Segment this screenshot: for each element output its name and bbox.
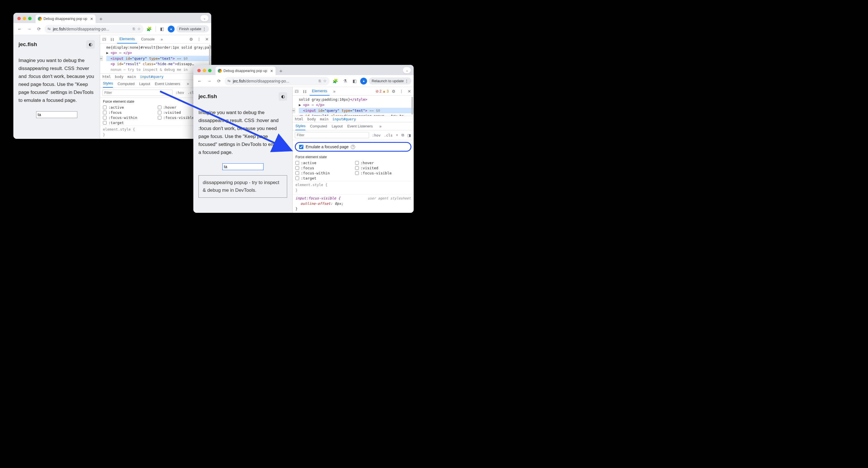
close-tab-icon[interactable]: ✕ [270, 69, 273, 73]
cls-toggle[interactable]: .cls [383, 133, 393, 138]
dom-node-selected[interactable]: <input id="query" type="text"> == $0 [299, 108, 414, 113]
address-bar[interactable]: ⇆ jec.fish/demo/disappearing-po... ⎘ ☆ [225, 77, 330, 85]
subtab-styles[interactable]: Styles [296, 122, 305, 130]
update-button[interactable]: Relaunch to update⋮ [369, 78, 411, 85]
hov-toggle[interactable]: :hov [175, 90, 185, 95]
new-style-rule-icon[interactable]: + [396, 133, 399, 137]
state-focus-within[interactable]: :focus-within [103, 116, 154, 120]
extensions-icon[interactable]: 🧩 [331, 77, 339, 85]
state-focus-within[interactable]: :focus-within [296, 171, 351, 175]
crumb[interactable]: input#query [140, 75, 163, 79]
forward-button[interactable]: → [25, 25, 33, 33]
subtab-layout[interactable]: Layout [139, 82, 150, 86]
styles-filter-input[interactable] [295, 132, 369, 138]
site-info-icon[interactable]: ⇆ [227, 79, 230, 83]
close-tab-icon[interactable]: ✕ [90, 17, 93, 21]
tab-console[interactable]: Console [139, 37, 157, 41]
tab-elements[interactable]: Elements [310, 87, 330, 96]
extensions-icon[interactable]: 🧩 [145, 25, 153, 33]
emulate-focused-page[interactable]: Emulate a focused page ? [295, 142, 411, 152]
update-button[interactable]: Finish update⋮ [176, 25, 209, 32]
close-window-icon[interactable] [197, 69, 201, 72]
device-toggle-icon[interactable]: ⫿⫿ [109, 36, 116, 42]
address-bar[interactable]: ⇆ jec.fish/demo/disappearing-po... ⎘ ☆ [44, 25, 144, 33]
reload-button[interactable]: ⟳ [35, 25, 43, 33]
bookmark-icon[interactable]: ☆ [323, 79, 327, 83]
install-app-icon[interactable]: ⎘ [133, 27, 135, 31]
tab-overflow-button[interactable]: ⌄ [200, 15, 208, 21]
close-window-icon[interactable] [17, 17, 21, 20]
state-target[interactable]: :target [296, 176, 351, 180]
new-tab-button[interactable]: ＋ [97, 15, 105, 23]
tab-elements[interactable]: Elements [117, 35, 137, 43]
styles-filter-input[interactable] [102, 90, 173, 96]
browser-tab[interactable]: Debug disappearing pop up ✕ [35, 14, 96, 23]
state-visited[interactable]: :visited [355, 166, 411, 170]
crumb[interactable]: html [295, 117, 303, 121]
forward-button[interactable]: → [205, 77, 213, 85]
subtab-events[interactable]: Event Listeners [347, 124, 373, 128]
inspect-icon[interactable]: ⮹ [101, 36, 107, 42]
reload-button[interactable]: ⟳ [215, 77, 223, 85]
settings-icon[interactable]: ⚙ [390, 88, 397, 94]
issue-counts[interactable]: ⊘2 ▲3 [376, 89, 389, 93]
more-subtabs-icon[interactable]: » [185, 81, 191, 87]
subtab-styles[interactable]: Styles [103, 80, 113, 88]
subtab-computed[interactable]: Computed [117, 82, 134, 86]
state-active[interactable]: :active [103, 105, 154, 110]
dom-node[interactable]: <p id="result" class>dissappearing popup… [299, 113, 414, 116]
subtab-layout[interactable]: Layout [332, 124, 343, 128]
copy-styles-icon[interactable]: ⧉ [401, 133, 405, 138]
bookmark-icon[interactable]: ☆ [137, 27, 141, 31]
hov-toggle[interactable]: :hov [371, 133, 381, 138]
close-devtools-icon[interactable]: ✕ [204, 36, 210, 42]
subtab-computed[interactable]: Computed [310, 124, 327, 128]
style-rule-ua[interactable]: user agent stylesheet input:focus-visibl… [292, 194, 414, 213]
device-toggle-icon[interactable]: ⫿⫿ [302, 88, 308, 94]
crumb[interactable]: html [102, 75, 111, 79]
more-tabs-icon[interactable]: » [331, 88, 338, 94]
crumb[interactable]: input#query [332, 117, 356, 121]
dom-node[interactable]: ▶ <p> ⋯ </p> [106, 50, 211, 56]
state-focus[interactable]: :focus [296, 166, 351, 170]
computed-toggle-icon[interactable]: ◨ [407, 133, 411, 138]
crumb[interactable]: body [115, 75, 123, 79]
back-button[interactable]: ← [196, 77, 204, 85]
dom-tree[interactable]: solid gray;padding:10px}</style> ▶ <p> ⋯… [292, 96, 414, 116]
dom-node[interactable]: solid gray;padding:10px}</style> [299, 97, 414, 102]
query-input[interactable] [36, 111, 78, 118]
profile-avatar[interactable]: ● [360, 78, 367, 85]
kebab-menu-icon[interactable]: ⋮ [196, 36, 202, 42]
labs-icon[interactable]: ⚗ [341, 77, 349, 85]
maximize-window-icon[interactable] [28, 17, 32, 20]
crumb[interactable]: main [127, 75, 136, 79]
minimize-window-icon[interactable] [23, 17, 26, 20]
close-devtools-icon[interactable]: ✕ [406, 88, 412, 94]
site-info-icon[interactable]: ⇆ [48, 27, 51, 31]
state-target[interactable]: :target [103, 121, 154, 125]
dom-node-selected[interactable]: <input id="query" type="text"> == $0 [106, 56, 211, 61]
tab-overflow-button[interactable]: ⌄ [403, 67, 411, 74]
maximize-window-icon[interactable] [208, 69, 212, 72]
query-input[interactable] [222, 163, 264, 170]
inspect-icon[interactable]: ⮹ [294, 88, 300, 94]
help-icon[interactable]: ? [351, 145, 355, 149]
site-title[interactable]: jec.fish [198, 93, 217, 99]
install-app-icon[interactable]: ⎘ [319, 79, 321, 83]
state-focus-visible[interactable]: :focus-visible [355, 171, 411, 175]
state-active[interactable]: :active [296, 161, 351, 165]
dark-mode-toggle[interactable]: ◐ [279, 92, 287, 101]
style-rule[interactable]: element.style { } [292, 181, 414, 194]
minimize-window-icon[interactable] [203, 69, 206, 72]
side-panel-icon[interactable]: ◧ [158, 25, 166, 33]
emulate-checkbox[interactable] [299, 145, 303, 149]
new-tab-button[interactable]: ＋ [277, 67, 285, 75]
state-hover[interactable]: :hover [355, 161, 411, 165]
side-panel-icon[interactable]: ◧ [350, 77, 359, 85]
settings-icon[interactable]: ⚙ [188, 36, 194, 42]
dom-node[interactable]: me{display:none}#result{border:1px solid… [106, 45, 211, 50]
browser-tab[interactable]: Debug disappearing pop up ✕ [216, 66, 276, 75]
crumb[interactable]: main [320, 117, 329, 121]
back-button[interactable]: ← [16, 25, 24, 33]
site-title[interactable]: jec.fish [19, 41, 37, 48]
